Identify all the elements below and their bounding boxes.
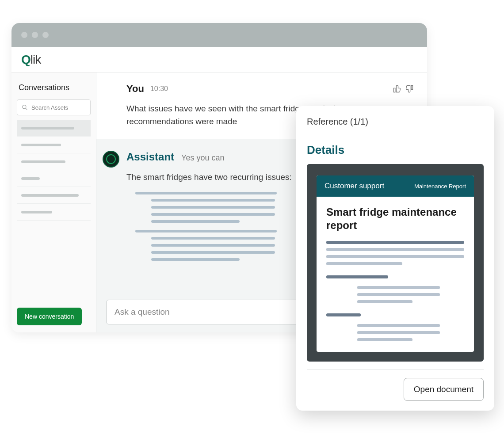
window-dot-max[interactable] — [42, 32, 49, 38]
sidebar-search[interactable] — [17, 99, 91, 115]
document-title: Smart fridge maintenance report — [326, 206, 464, 232]
window-dot-min[interactable] — [32, 32, 38, 38]
svg-line-1 — [26, 108, 27, 110]
document-placeholder-lines — [326, 241, 464, 341]
feedback-controls — [393, 84, 414, 93]
document-header: Customer support Maintenance Report — [317, 175, 474, 197]
thumbs-down-icon[interactable] — [405, 84, 414, 93]
conversation-item[interactable] — [17, 170, 91, 187]
conversation-item[interactable] — [17, 120, 91, 137]
app-header: Qlik — [11, 47, 427, 72]
document-preview: Customer support Maintenance Report Smar… — [307, 164, 484, 362]
doc-header-left: Customer support — [325, 182, 384, 191]
conversation-list — [17, 120, 91, 221]
assistant-avatar-icon — [103, 151, 119, 168]
logo-q: Q — [21, 53, 31, 66]
search-icon — [22, 104, 28, 110]
reference-popover: Reference (1/1) Details Customer support… — [296, 106, 494, 411]
document-page: Customer support Maintenance Report Smar… — [317, 175, 474, 352]
assistant-subtitle: Yes you can — [181, 153, 224, 163]
window-titlebar — [11, 23, 427, 47]
svg-point-0 — [23, 105, 26, 109]
search-input[interactable] — [31, 104, 86, 111]
you-time: 10:30 — [150, 85, 168, 93]
logo-lik: lik — [31, 53, 41, 66]
app-logo: Qlik — [21, 53, 41, 67]
window-dot-close[interactable] — [21, 32, 27, 38]
assistant-label: Assistant — [126, 151, 174, 163]
conversation-item[interactable] — [17, 137, 91, 153]
new-conversation-button[interactable]: New conversation — [17, 308, 82, 325]
sidebar: Conversations New conversation — [11, 72, 96, 332]
open-document-button[interactable]: Open document — [404, 378, 484, 401]
assistant-body: The smart fridges have two recurring iss… — [126, 171, 312, 184]
sidebar-title: Conversations — [17, 83, 91, 92]
reference-label: Reference (1/1) — [307, 117, 484, 135]
document-body: Smart fridge maintenance report — [317, 197, 474, 352]
thumbs-up-icon[interactable] — [393, 84, 401, 93]
conversation-item[interactable] — [17, 204, 91, 221]
conversation-item[interactable] — [17, 187, 91, 204]
details-label: Details — [307, 135, 484, 164]
conversation-item[interactable] — [17, 153, 91, 170]
doc-header-right: Maintenance Report — [414, 183, 466, 190]
you-label: You — [126, 83, 144, 95]
